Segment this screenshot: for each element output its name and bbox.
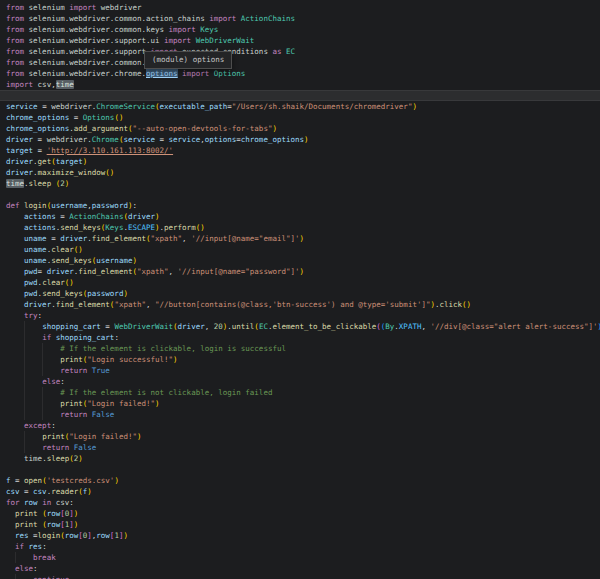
code-token: ) [74, 520, 79, 529]
code-token: from [6, 14, 29, 23]
code-line-text: service = webdriver.ChromeService(execut… [6, 102, 417, 111]
code-token: () [105, 168, 114, 177]
code-line: actions = ActionChains(driver) [0, 211, 600, 222]
code-token: selenium.webdriver.common. [29, 58, 146, 67]
code-token: service [6, 102, 42, 111]
code-token: # If the element is not clickable, login… [60, 388, 272, 397]
code-token: uname [24, 245, 47, 254]
code-editor[interactable]: from selenium import webdriverfrom selen… [0, 0, 600, 579]
code-line: target = 'http://3.110.161.113:8002/' [0, 145, 600, 156]
code-token: ) [300, 234, 305, 243]
code-token: False [74, 443, 97, 452]
code-line-text: csv = csv.reader(f) [6, 487, 92, 496]
code-token: actions [24, 223, 56, 232]
code-token: ) [78, 454, 83, 463]
code-token: ) [132, 256, 137, 265]
code-token: print [15, 520, 38, 529]
code-line: from selenium import webdriver [0, 2, 600, 13]
code-line-text: pwd.send_keys(password) [6, 289, 128, 298]
code-line: return True [0, 365, 600, 376]
code-token: XPATH [399, 322, 422, 331]
module-link[interactable]: options [146, 69, 178, 78]
code-token: clear [42, 278, 65, 287]
code-line [0, 90, 600, 101]
code-line-text: time.sleep(2) [6, 454, 83, 463]
code-token: csv [56, 498, 70, 507]
code-token: find_element [56, 300, 110, 309]
hover-tooltip: (module) options [144, 51, 232, 69]
code-token: "Login failed!" [87, 399, 155, 408]
code-token: import [69, 3, 101, 12]
code-token: : [38, 311, 43, 320]
code-line: f = open('testcreds.csv') [0, 475, 600, 486]
code-line: else: [0, 376, 600, 387]
code-token: find_element [78, 267, 132, 276]
code-token: Chrome [92, 135, 119, 144]
code-line-text: from selenium.webdriver.common.keys impo… [6, 25, 218, 34]
code-token: pwd [24, 267, 38, 276]
code-line: uname.send_keys(username) [0, 255, 600, 266]
code-token: : [42, 542, 47, 551]
code-line: service = webdriver.ChromeService(execut… [0, 101, 600, 112]
code-line: # If the element is clickable, login is … [0, 343, 600, 354]
code-token: : [132, 201, 137, 210]
code-token: ActionChains [241, 14, 295, 23]
code-token: print [60, 355, 83, 364]
code-line-text: res =login(row[0],row[1]) [6, 531, 128, 540]
code-token: csv [38, 80, 52, 89]
code-line: break [0, 552, 600, 563]
code-token: Keys [105, 223, 123, 232]
code-line: pwd.clear() [0, 277, 600, 288]
code-token: in [42, 498, 56, 507]
code-token: False [92, 410, 115, 419]
code-line: print (row[0]) [0, 508, 600, 519]
code-line-text: from selenium.webdriver.common. [6, 58, 146, 67]
code-token: ) [114, 476, 119, 485]
code-token: selenium [29, 3, 70, 12]
code-line-text: print (row[0]) [6, 509, 78, 518]
code-token: selenium.webdriver.common.keys [29, 25, 169, 34]
code-token: target [56, 157, 83, 166]
code-token: uname [24, 234, 51, 243]
code-token: = [160, 135, 169, 144]
code-token: # If the element is clickable, login is … [60, 344, 286, 353]
code-line-text: else: [6, 564, 38, 573]
code-line-text: if shopping_cart: [6, 333, 119, 342]
code-token: By [385, 322, 394, 331]
code-token: driver [6, 135, 38, 144]
code-token: row [96, 531, 110, 540]
code-line: from selenium.webdriver.chrome.options i… [0, 68, 600, 79]
code-token: , [146, 300, 155, 309]
code-line-text: # If the element is clickable, login is … [6, 344, 286, 353]
url-link[interactable]: 'http://3.110.161.113:8002/' [47, 146, 173, 155]
code-line: for row in csv: [0, 497, 600, 508]
code-line: import csv,time [0, 79, 600, 90]
code-token: WebDriverWait [196, 36, 255, 45]
code-line: driver.get(target) [0, 156, 600, 167]
highlighted-word: time [56, 80, 74, 89]
code-token: from [6, 47, 29, 56]
code-token: = [38, 135, 47, 144]
code-line-text: uname.clear() [6, 245, 83, 254]
code-token: , [182, 234, 191, 243]
code-line: from selenium.webdriver.common. [0, 57, 600, 68]
code-line: chrome_options.add_argument("--auto-open… [0, 123, 600, 134]
code-token: username [96, 256, 132, 265]
code-token: , [51, 80, 56, 89]
code-token: selenium.webdriver.support.ui [29, 36, 164, 45]
code-token: driver [60, 234, 87, 243]
code-token: from [6, 69, 29, 78]
code-lines: from selenium import webdriverfrom selen… [0, 2, 600, 579]
code-token: row [47, 509, 61, 518]
code-line: time.sleep(2) [0, 453, 600, 464]
highlighted-word: time [6, 179, 24, 188]
code-token: csv [33, 487, 47, 496]
code-token: () [74, 245, 83, 254]
code-line-text: shopping_cart = WebDriverWait(driver, 20… [6, 322, 600, 331]
code-token: 'testcreds.csv' [47, 476, 115, 485]
code-token: = [74, 113, 83, 122]
code-token: open [24, 476, 42, 485]
code-token: f [6, 476, 15, 485]
code-line-text: actions = ActionChains(driver) [6, 212, 160, 221]
code-line-text: pwd= driver.find_element("xpath", '//inp… [6, 267, 304, 276]
